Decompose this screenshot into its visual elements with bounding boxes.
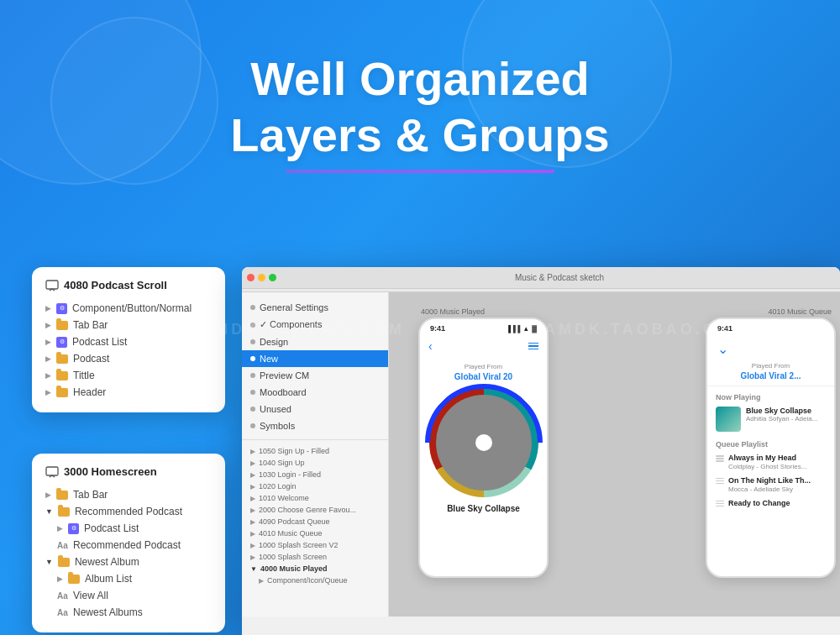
page-label: Design xyxy=(260,337,288,347)
queue-item-2: On The Night Like Th... Mocca - Adeliade… xyxy=(716,476,826,493)
layer-list-item[interactable]: ▶ Component/Icon/Queue xyxy=(242,575,388,586)
arrow-icon: ▶ xyxy=(57,524,63,533)
layer-item-label: 4090 Podcast Queue xyxy=(259,517,330,526)
page-item-unused[interactable]: Unused xyxy=(242,401,388,417)
folder-icon xyxy=(56,354,68,364)
layer-list-item[interactable]: ▼ 4000 Music Played xyxy=(242,563,388,575)
page-item-symbols[interactable]: Symbols xyxy=(242,417,388,434)
page-dot xyxy=(250,339,255,344)
layer-item[interactable]: ▼ Newest Album xyxy=(45,554,212,570)
canvas-label-music-queue: 4010 Music Queue xyxy=(768,307,832,316)
layer-item[interactable]: ▶ Podcast xyxy=(45,350,212,367)
vinyl-arc xyxy=(418,359,549,526)
queue-line xyxy=(716,506,724,507)
layer-item[interactable]: ▶ Album List xyxy=(45,570,212,587)
queue-playlist-label: Queue Playlist xyxy=(716,440,826,449)
card1-title: 4080 Podcast Scroll xyxy=(45,279,212,291)
text-aa-icon: Aa xyxy=(57,608,68,617)
queue-item-artist-1: Coldplay - Ghost Stories... xyxy=(728,463,826,470)
track-artist: Adhitia Sofyan - Adeia... xyxy=(746,415,826,422)
arrow-icon: ▶ xyxy=(45,371,51,380)
page-item-components[interactable]: ✓ Components xyxy=(242,316,388,333)
queue-lines-icon-2 xyxy=(716,476,724,485)
queue-line xyxy=(716,480,724,482)
playlist-name: Global Viral 20 xyxy=(428,372,538,381)
arrow-icon: ▶ xyxy=(45,338,51,346)
arrow-icon: ▶ xyxy=(250,483,255,491)
arrow-icon: ▶ xyxy=(250,448,255,455)
folder-icon xyxy=(56,321,68,330)
monitor-icon xyxy=(45,280,59,291)
maximize-button[interactable] xyxy=(269,274,276,281)
phone2-chevron[interactable]: ⌄ xyxy=(707,336,834,362)
layer-list-item[interactable]: ▶ 1040 Sign Up xyxy=(242,457,388,469)
page-label: Symbols xyxy=(260,421,295,431)
layer-item[interactable]: Aa Newest Albums xyxy=(45,604,212,621)
page-dot xyxy=(250,373,255,378)
layer-list-item[interactable]: ▶ 2000 Choose Genre Favou... xyxy=(242,504,388,516)
queue-item-info-1: Always in My Head Coldplay - Ghost Stori… xyxy=(728,454,826,470)
hero-title-line1: Well Organized xyxy=(0,50,840,107)
arrow-icon: ▶ xyxy=(250,459,255,467)
page-label: ✓ Components xyxy=(260,319,322,330)
arrow-icon: ▶ xyxy=(250,542,255,549)
queue-line xyxy=(716,478,724,480)
now-playing-track: Blue Sky Collapse Adhitia Sofyan - Adeia… xyxy=(716,407,826,432)
arrow-icon: ▶ xyxy=(57,575,63,583)
layer-item[interactable]: ▶ Header xyxy=(45,384,212,401)
layer-list-item[interactable]: ▶ 1050 Sign Up - Filled xyxy=(242,445,388,457)
layer-list-item[interactable]: ▶ 1010 Welcome xyxy=(242,492,388,504)
minimize-button[interactable] xyxy=(258,274,265,281)
menu-icon[interactable] xyxy=(528,339,538,353)
layer-list-item[interactable]: ▶ 4010 Music Queue xyxy=(242,527,388,539)
close-button[interactable] xyxy=(247,274,255,281)
phone2-played-from: Played From Global Viral 2... xyxy=(707,362,834,386)
layer-item[interactable]: ▶ Tab Bar xyxy=(45,317,212,333)
svg-rect-0 xyxy=(46,281,58,289)
page-item-design[interactable]: Design xyxy=(242,333,388,350)
page-item-general[interactable]: General Settings xyxy=(242,299,388,316)
page-item-moodboard[interactable]: Moodboard xyxy=(242,384,388,401)
layer-item-label: 1010 Welcome xyxy=(259,494,309,502)
layer-list-item[interactable]: ▶ 4090 Podcast Queue xyxy=(242,516,388,527)
layer-item[interactable]: ▼ Recommended Podcast xyxy=(45,503,212,520)
page-item-preview[interactable]: Preview CM xyxy=(242,367,388,384)
menu-bar xyxy=(528,343,538,344)
layer-label: Newest Album xyxy=(75,556,139,568)
layer-item[interactable]: ▶ ⚙ Podcast List xyxy=(45,333,212,350)
layer-label: Tittle xyxy=(73,370,95,381)
layer-item[interactable]: ▶ ⚙ Podcast List xyxy=(45,520,212,537)
sketch-panel: Music & Podcast sketch + Insert Data Gro… xyxy=(242,267,840,635)
page-dot xyxy=(250,390,255,395)
layer-item[interactable]: ▶ Tittle xyxy=(45,367,212,384)
queue-lines-icon xyxy=(716,454,724,462)
component-icon: ⚙ xyxy=(56,303,67,314)
layer-item[interactable]: Aa Recommended Podcast xyxy=(45,537,212,554)
page-dot xyxy=(250,356,255,361)
layer-label: View All xyxy=(73,590,108,601)
svg-rect-1 xyxy=(46,467,58,475)
menu-bar xyxy=(528,349,538,350)
canvas-label-music-played: 4000 Music Played xyxy=(421,307,485,316)
layer-item[interactable]: Aa View All xyxy=(45,587,212,604)
layer-item-label: 4010 Music Queue xyxy=(259,529,323,538)
arrow-icon: ▶ xyxy=(250,471,255,479)
page-item-new[interactable]: New xyxy=(242,350,388,367)
phone-mockup-1: 9:41 ▐▐▐ ▲ ▓ ‹ P xyxy=(418,318,549,578)
arrow-icon: ▶ xyxy=(250,554,255,561)
battery-icon: ▓ xyxy=(532,325,537,333)
folder-icon xyxy=(56,388,68,397)
queue-line xyxy=(716,460,724,462)
layer-list-item[interactable]: ▶ 1000 Splash Screen V2 xyxy=(242,539,388,551)
arrow-icon: ▶ xyxy=(45,354,51,363)
layer-list-item[interactable]: ▶ 1030 Login - Filled xyxy=(242,469,388,480)
back-arrow[interactable]: ‹ xyxy=(428,339,433,353)
queue-item-title-1: Always in My Head xyxy=(728,454,826,463)
layer-item[interactable]: ▶ Tab Bar xyxy=(45,486,212,503)
arrow-icon: ▼ xyxy=(45,558,53,566)
layer-list-item[interactable]: ▶ 1000 Splash Screen xyxy=(242,551,388,563)
queue-line xyxy=(716,503,724,505)
layer-list-item[interactable]: ▶ 1020 Login xyxy=(242,480,388,492)
time-display-2: 9:41 xyxy=(717,324,732,333)
layer-item[interactable]: ▶ ⚙ Component/Button/Normal xyxy=(45,300,212,317)
